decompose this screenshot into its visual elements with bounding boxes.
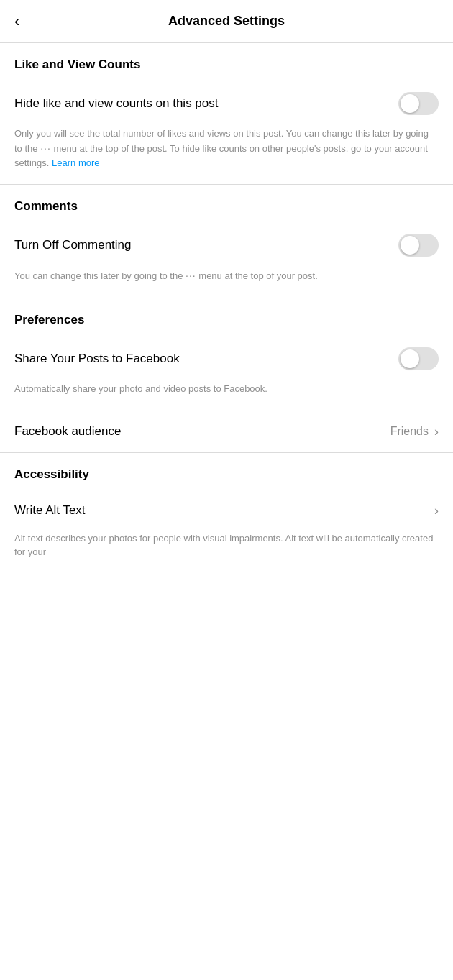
- header: ‹ Advanced Settings: [0, 0, 453, 43]
- section-title-accessibility: Accessibility: [14, 467, 89, 481]
- facebook-audience-value: Friends: [390, 425, 429, 438]
- section-header-like-view: Like and View Counts: [0, 43, 453, 81]
- commenting-description: You can change this later by going to th…: [0, 268, 453, 298]
- chevron-icon: ›: [434, 424, 439, 439]
- page-title: Advanced Settings: [168, 14, 285, 29]
- section-preferences: Preferences Share Your Posts to Facebook…: [0, 298, 453, 453]
- learn-more-link[interactable]: Learn more: [52, 157, 99, 168]
- toggle-thumb-2: [401, 236, 419, 255]
- hide-like-view-description: Only you will see the total number of li…: [0, 127, 453, 184]
- turn-off-commenting-toggle[interactable]: [398, 234, 439, 257]
- toggle-thumb-3: [401, 349, 419, 368]
- toggle-track: [398, 92, 439, 115]
- facebook-audience-label: Facebook audience: [14, 424, 121, 439]
- back-button[interactable]: ‹: [14, 14, 19, 29]
- chevron-icon-alt: ›: [434, 503, 439, 518]
- facebook-audience-right: Friends ›: [390, 424, 439, 439]
- share-facebook-label: Share Your Posts to Facebook: [14, 352, 398, 366]
- write-alt-text-row[interactable]: Write Alt Text ›: [0, 490, 453, 531]
- section-comments: Comments Turn Off Commenting You can cha…: [0, 185, 453, 298]
- write-alt-text-right: ›: [434, 503, 439, 518]
- dots-icon-2: ···: [186, 270, 196, 281]
- section-header-comments: Comments: [0, 185, 453, 222]
- section-accessibility: Accessibility Write Alt Text › Alt text …: [0, 453, 453, 574]
- hide-like-view-label: Hide like and view counts on this post: [14, 96, 398, 111]
- write-alt-text-label: Write Alt Text: [14, 503, 86, 518]
- section-header-preferences: Preferences: [0, 298, 453, 336]
- section-title-comments: Comments: [14, 199, 78, 213]
- section-title-like-view: Like and View Counts: [14, 58, 140, 71]
- accessibility-description: Alt text describes your photos for peopl…: [0, 531, 453, 574]
- section-like-view-counts: Like and View Counts Hide like and view …: [0, 43, 453, 185]
- share-facebook-toggle[interactable]: [398, 347, 439, 370]
- setting-row-hide-like-view: Hide like and view counts on this post: [0, 81, 453, 127]
- share-facebook-description: Automatically share your photo and video…: [0, 382, 453, 411]
- turn-off-commenting-label: Turn Off Commenting: [14, 238, 398, 252]
- toggle-thumb: [401, 94, 419, 113]
- toggle-track-3: [398, 347, 439, 370]
- hide-like-view-toggle[interactable]: [398, 92, 439, 115]
- section-header-accessibility: Accessibility: [0, 453, 453, 490]
- dots-icon: ···: [40, 142, 51, 154]
- section-title-preferences: Preferences: [14, 313, 84, 326]
- toggle-track-2: [398, 234, 439, 257]
- setting-row-share-facebook: Share Your Posts to Facebook: [0, 336, 453, 382]
- setting-row-turn-off-commenting: Turn Off Commenting: [0, 222, 453, 268]
- facebook-audience-row[interactable]: Facebook audience Friends ›: [0, 411, 453, 452]
